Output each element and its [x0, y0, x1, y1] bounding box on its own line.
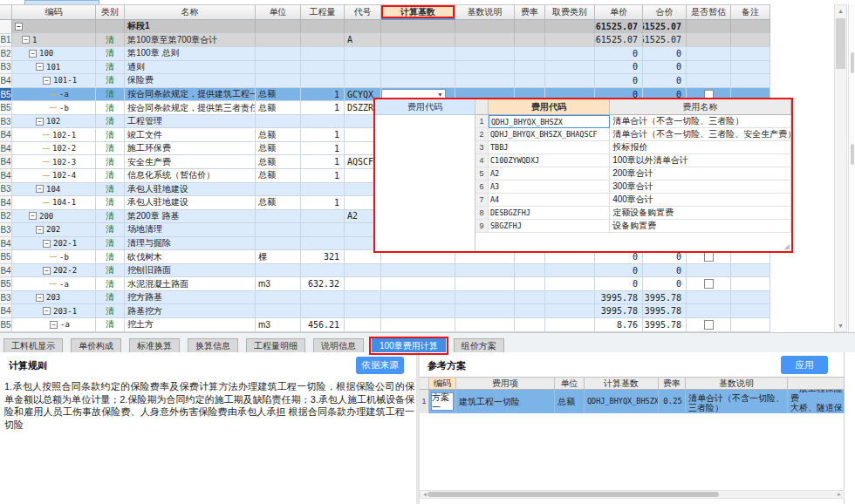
scroll-up-icon[interactable]: ▲ [835, 5, 846, 17]
table-row[interactable]: B3−203清挖方路基3995.783995.78 [0, 291, 770, 305]
fee-code-name[interactable]: 定额设备购置费 [610, 207, 791, 220]
calc-base-cell[interactable] [381, 34, 455, 47]
expand-toggle-icon[interactable]: − [50, 321, 58, 329]
apply-button[interactable]: 应用 [781, 356, 828, 374]
expand-toggle-icon[interactable]: − [36, 63, 44, 71]
calc-base-cell[interactable] [381, 318, 455, 331]
fee-code-value[interactable]: QDHJ_BHYQX_BHSZX [489, 115, 610, 128]
fee-code-row[interactable]: 8DESBGZFHJ定额设备购置费 [475, 207, 791, 220]
fee-code-value[interactable]: A2 [489, 167, 610, 180]
column-header-1[interactable]: 编码 [12, 4, 96, 20]
expand-toggle-icon[interactable]: − [36, 118, 44, 126]
tab-工程量明细[interactable]: 工程量明细 [246, 338, 305, 352]
column-header-4[interactable]: 单位 [256, 4, 301, 20]
column-header-8[interactable]: 基数说明 [455, 4, 515, 20]
ref-code-cell[interactable]: 方案一 [429, 390, 456, 413]
column-header-2[interactable]: 类别 [96, 4, 125, 20]
table-row[interactable]: B4−202-2清挖刨旧路面00 [0, 264, 770, 278]
fee-code-value[interactable]: TBBJ [489, 141, 610, 154]
scroll-down-icon[interactable]: ▼ [835, 320, 846, 331]
column-header-11[interactable]: 单价 [595, 4, 643, 20]
horizontal-scrollbar[interactable]: ◄ ► [420, 490, 845, 499]
calc-base-cell[interactable] [381, 20, 455, 33]
expand-toggle-icon[interactable]: − [43, 240, 51, 248]
chevron-down-icon[interactable]: ▼ [437, 92, 445, 98]
expand-toggle-icon[interactable]: − [43, 267, 51, 275]
table-row[interactable]: B4−203-1清路基挖方3995.783995.78 [0, 304, 770, 318]
hscrollbar-thumb[interactable] [428, 492, 719, 497]
fee-code-row[interactable]: 4C100ZYWQDXJ100章以外清单合计 [475, 154, 791, 167]
fee-code-name[interactable]: 投标报价 [610, 141, 791, 154]
expand-toggle-icon[interactable]: − [15, 23, 23, 31]
expand-toggle-icon[interactable]: − [36, 226, 44, 234]
fee-code-value[interactable]: DESBGZFHJ [489, 207, 610, 220]
resize-grip-icon[interactable]: ◢ [784, 242, 790, 250]
expand-toggle-icon[interactable]: − [22, 36, 30, 44]
fee-code-row[interactable]: 5A2200章合计 [475, 167, 791, 180]
fee-code-name[interactable]: 清单合计（不含一切险、三者险） [610, 115, 791, 128]
column-header-14[interactable]: 备注 [731, 4, 770, 20]
expand-toggle-icon[interactable]: − [29, 50, 37, 58]
fee-code-name[interactable]: 300章合计 [610, 180, 791, 194]
fee-code-row[interactable]: 1QDHJ_BHYQX_BHSZX清单合计（不含一切险、三者险） [475, 115, 791, 128]
fee-code-value[interactable]: C100ZYWQDXJ [489, 154, 610, 167]
calc-base-cell[interactable] [381, 291, 455, 304]
splitter-handle[interactable] [851, 52, 854, 73]
fee-code-value[interactable]: SBGZFHJ [489, 220, 610, 233]
source-basis-button[interactable]: 依据来源 [356, 357, 404, 374]
fee-code-name[interactable]: 清单合计（不含一切险、三者险、安全生产费） [610, 128, 791, 141]
tab-说明信息[interactable]: 说明信息 [313, 338, 364, 352]
vertical-scrollbar[interactable]: ▲ ▼ [834, 4, 847, 332]
fee-code-value[interactable]: A4 [489, 194, 610, 207]
fee-code-row[interactable]: 6A3300章合计 [475, 180, 791, 194]
fee-code-row[interactable]: 9SBGZFHJ设备购置费 [475, 220, 791, 233]
tab-标准换算[interactable]: 标准换算 [129, 338, 180, 352]
fee-code-name[interactable]: 400章合计 [610, 194, 791, 207]
column-header-9[interactable]: 费率 [515, 4, 545, 20]
column-header-7[interactable]: 计算基数 [381, 4, 455, 20]
calc-base-cell[interactable] [381, 264, 455, 277]
scrollbar-thumb[interactable] [836, 18, 845, 69]
expand-toggle-icon[interactable]: − [36, 185, 44, 193]
fee-code-name[interactable]: 设备购置费 [610, 220, 791, 233]
table-row[interactable]: B5−-a清挖土方m3456.218.763995.78 [0, 318, 770, 332]
fee-code-value[interactable]: QDHJ_BHYQX_BHSZX_BHAQSCF [489, 128, 610, 141]
calc-base-cell[interactable] [381, 61, 455, 74]
column-header-12[interactable]: 合价 [643, 4, 687, 20]
fee-code-row[interactable]: 2QDHJ_BHYQX_BHSZX_BHAQSCF清单合计（不含一切险、三者险、… [475, 128, 791, 141]
calc-base-cell[interactable] [381, 277, 455, 290]
scroll-right-icon[interactable]: ► [835, 491, 844, 498]
estimate-checkbox[interactable] [704, 252, 714, 262]
expand-toggle-icon[interactable]: − [29, 212, 37, 220]
expand-toggle-icon[interactable]: − [43, 307, 51, 315]
fee-code-value[interactable]: A3 [489, 180, 610, 194]
estimate-checkbox[interactable] [704, 320, 714, 330]
tab-单价构成[interactable]: 单价构成 [71, 338, 121, 352]
expand-toggle-icon[interactable]: − [36, 294, 44, 302]
table-row[interactable]: −标段15561525.075561525.07 [0, 20, 770, 34]
fee-code-name[interactable]: 200章合计 [610, 167, 791, 180]
fee-code-name[interactable]: 100章以外清单合计 [610, 154, 791, 167]
column-header-5[interactable]: 工程量 [301, 4, 345, 20]
fee-code-row[interactable]: 3TBBJ投标报价 [475, 141, 791, 154]
tab-100章费用计算[interactable]: 100章费用计算 [372, 338, 446, 352]
splitter-handle[interactable] [851, 144, 854, 165]
column-header-3[interactable]: 名称 [125, 4, 256, 20]
table-row[interactable]: B5-a清水泥混凝土路面m3632.3200 [0, 277, 770, 291]
tab-换算信息[interactable]: 换算信息 [188, 338, 238, 352]
column-header-10[interactable]: 取费类别 [545, 4, 595, 20]
tab-工料机显示[interactable]: 工料机显示 [3, 338, 63, 352]
calc-base-cell[interactable] [381, 47, 455, 60]
reference-plan-row[interactable]: 1方案一建筑工程一切险总额QDHJ_BHYQX_BHSZX0.25清单合计（不含… [420, 390, 845, 413]
table-row[interactable]: B3−101清通则00 [0, 61, 770, 75]
column-header-13[interactable]: 是否暂估 [687, 4, 731, 20]
calc-base-cell[interactable] [381, 304, 455, 317]
ref-code-editor[interactable]: 方案一 [431, 392, 454, 411]
table-row[interactable]: B4−101-1清保险费00 [0, 74, 770, 88]
table-row[interactable]: B2−100清第100章 总则00 [0, 47, 770, 61]
fee-code-row[interactable]: 7A4400章合计 [475, 194, 791, 207]
calc-base-cell[interactable] [381, 74, 455, 87]
estimate-checkbox[interactable] [704, 279, 714, 289]
tab-组价方案[interactable]: 组价方案 [454, 338, 504, 352]
column-header-6[interactable]: 代号 [345, 4, 381, 20]
